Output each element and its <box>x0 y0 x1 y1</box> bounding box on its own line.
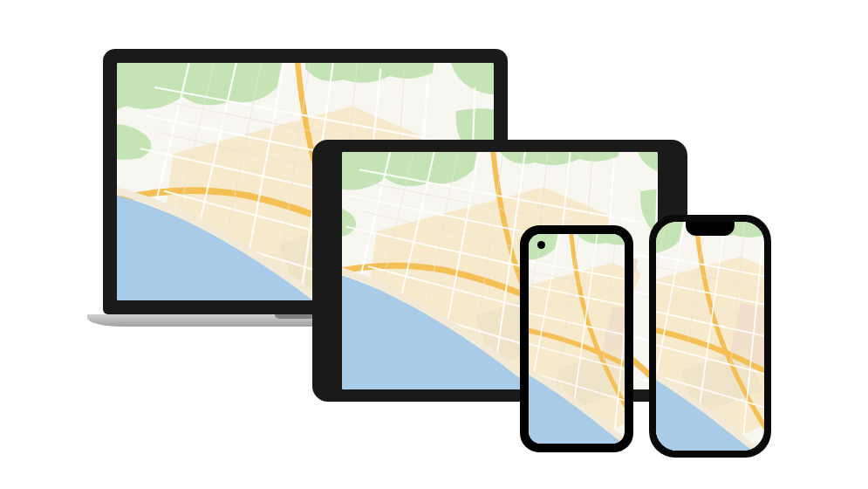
map-view <box>656 222 764 451</box>
device-phone-iphone <box>649 215 771 458</box>
notch-icon <box>686 222 735 236</box>
map-view <box>529 234 625 444</box>
camera-hole-icon <box>537 241 545 249</box>
device-phone-android <box>520 225 633 452</box>
